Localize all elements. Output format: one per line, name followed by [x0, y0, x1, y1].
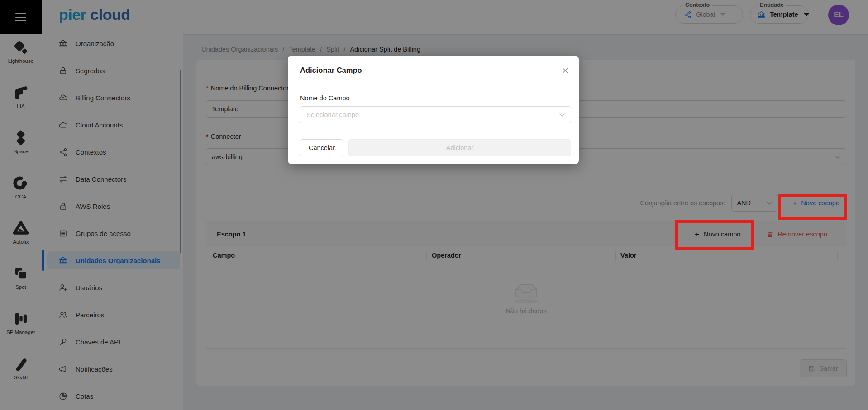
chevron-down-icon: [559, 113, 565, 117]
cancel-button[interactable]: Cancelar: [300, 139, 343, 156]
add-button[interactable]: Adicionar: [348, 139, 571, 156]
field-name-label: Nome do Campo: [300, 94, 350, 102]
field-name-select[interactable]: Selecionar campo: [300, 106, 571, 123]
modal-title: Adicionar Campo: [300, 66, 362, 75]
adicionar-campo-modal: Adicionar Campo Nome do Campo Selecionar…: [288, 56, 579, 164]
close-icon[interactable]: [559, 64, 572, 77]
select-placeholder: Selecionar campo: [306, 111, 359, 118]
modal-header: Adicionar Campo: [288, 56, 579, 85]
